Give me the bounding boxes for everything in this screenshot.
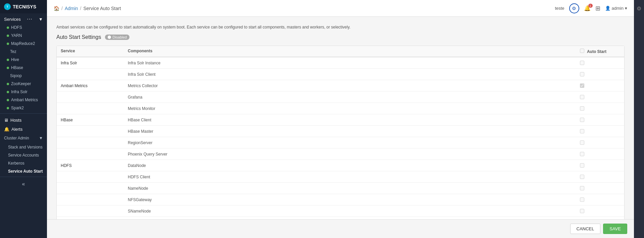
status-dot [7, 35, 9, 37]
auto-start-cell [580, 186, 620, 190]
sidebar-item-hdfs[interactable]: HDFS [0, 23, 47, 32]
status-dot [7, 67, 9, 69]
auto-start-cell [580, 175, 620, 179]
sidebar-item-yarn[interactable]: YARN [0, 32, 47, 40]
component-name: Grafana [128, 95, 580, 100]
grid-menu-button[interactable]: ⊞ [595, 5, 600, 12]
auto-start-checkbox[interactable] [580, 152, 584, 156]
hosts-icon: 🖥 [4, 118, 8, 123]
service-table: Service Components Auto Start Infra Solr… [56, 46, 625, 219]
table-row: Infra Solr Client [57, 69, 624, 80]
sidebar-item-infra-solr[interactable]: Infra Solr [0, 88, 47, 96]
sidebar-collapse-button[interactable]: « [0, 178, 47, 190]
table-row: SNameNode [57, 205, 624, 217]
auto-start-checkbox[interactable] [580, 186, 584, 190]
component-name: HBase Client [128, 118, 580, 122]
sidebar: T TECNISYS Services ··· ▼ HDFS YARN MapR… [0, 0, 47, 238]
username-label: admin [612, 6, 624, 11]
col-header-components: Components [128, 49, 580, 54]
sidebar-item-tez[interactable]: Tez [0, 48, 47, 56]
table-header: Service Components Auto Start [57, 46, 624, 57]
breadcrumb-admin[interactable]: Admin [65, 6, 78, 11]
sidebar-item-ambari-metrics[interactable]: Ambari Metrics [0, 96, 47, 104]
auto-start-checkbox[interactable] [580, 61, 584, 65]
table-row: RegionServer [57, 137, 624, 148]
auto-start-cell [580, 118, 620, 122]
service-name: HBase [61, 118, 128, 122]
user-label: teste [555, 6, 564, 11]
auto-start-checkbox[interactable] [580, 163, 584, 168]
toggle-label: Disabled [112, 35, 127, 39]
auto-start-checkbox[interactable] [580, 72, 584, 76]
sidebar-item-label: Kerberos [8, 161, 24, 166]
auto-start-cell [580, 163, 620, 168]
table-row: HDFS DataNode [57, 160, 624, 171]
table-row: Infra Solr Infra Solr Instance [57, 57, 624, 69]
auto-start-all-checkbox[interactable] [580, 49, 584, 53]
auto-start-checkbox[interactable] [580, 95, 584, 99]
sidebar-item-label: ZooKeeper [11, 81, 31, 86]
sidebar-item-zookeeper[interactable]: ZooKeeper [0, 80, 47, 88]
table-row: Metrics Monitor [57, 103, 624, 114]
page-title: Auto Start Settings [56, 34, 101, 40]
auto-start-checkbox[interactable] [580, 197, 584, 202]
component-name: HDFS Client [128, 175, 580, 179]
caret-down-icon: ▾ [625, 6, 627, 11]
table-row: Grafana [57, 92, 624, 103]
cluster-admin-section[interactable]: Cluster Admin ▼ [0, 133, 47, 143]
component-name: Infra Solr Client [128, 72, 580, 77]
sidebar-item-label: HBase [11, 65, 23, 70]
auto-start-checkbox[interactable] [580, 209, 584, 213]
auto-start-cell [580, 72, 620, 76]
sidebar-sub-item-service-auto-start[interactable]: Service Auto Start [0, 167, 47, 175]
auto-start-checkbox[interactable] [580, 83, 584, 88]
cancel-button[interactable]: CANCEL [570, 224, 601, 234]
sidebar-item-hosts[interactable]: 🖥 Hosts [0, 115, 47, 124]
auto-start-cell [580, 152, 620, 156]
status-dot [7, 99, 9, 101]
auto-start-checkbox[interactable] [580, 129, 584, 133]
home-icon[interactable]: 🏠 [54, 6, 59, 11]
app-logo: T [4, 3, 11, 10]
sidebar-header[interactable]: T TECNISYS [0, 0, 47, 13]
alerts-button[interactable]: 🔔 1 [584, 5, 591, 11]
auto-start-cell [580, 129, 620, 133]
auto-start-checkbox[interactable] [580, 118, 584, 122]
sidebar-item-label: YARN [11, 33, 22, 38]
component-name: RegionServer [128, 140, 580, 145]
status-dot [7, 91, 9, 93]
sidebar-item-hbase[interactable]: HBase [0, 64, 47, 72]
alerts-label: Alerts [11, 127, 22, 132]
service-name: HDFS [61, 163, 128, 168]
auto-start-cell [580, 197, 620, 202]
sidebar-item-alerts[interactable]: 🔔 Alerts [0, 124, 47, 133]
gear-icon: ⚙ [572, 6, 576, 11]
auto-start-cell [580, 209, 620, 213]
services-dots[interactable]: ··· [27, 16, 32, 22]
sidebar-item-label: Service Auto Start [8, 169, 43, 174]
breadcrumb-current: Service Auto Start [83, 6, 121, 11]
gear-icon[interactable]: ⚙ [635, 3, 643, 14]
auto-start-checkbox[interactable] [580, 140, 584, 145]
sidebar-item-spark2[interactable]: Spark2 [0, 104, 47, 112]
auto-start-checkbox[interactable] [580, 106, 584, 111]
table-row: HBase Master [57, 126, 624, 137]
table-row: HDFS Client [57, 171, 624, 183]
sidebar-item-mapreduce2[interactable]: MapReduce2 [0, 40, 47, 48]
sidebar-item-sqoop[interactable]: Sqoop [0, 72, 47, 80]
auto-start-checkbox[interactable] [580, 175, 584, 179]
auto-start-toggle[interactable]: Disabled [105, 35, 129, 40]
component-name: HBase Master [128, 129, 580, 134]
save-button[interactable]: SAVE [603, 224, 627, 234]
sidebar-sub-item-service-accounts[interactable]: Service Accounts [0, 151, 47, 159]
services-section-header[interactable]: Services ··· ▼ [0, 13, 47, 23]
sidebar-sub-item-stack[interactable]: Stack and Versions [0, 143, 47, 151]
sidebar-item-hive[interactable]: Hive [0, 56, 47, 64]
col-header-auto-start: Auto Start [580, 49, 620, 54]
user-menu[interactable]: 👤 admin ▾ [605, 6, 627, 11]
settings-button[interactable]: ⚙ [569, 3, 579, 13]
table-row: NameNode [57, 183, 624, 194]
topbar-right: teste ⚙ 🔔 1 ⊞ 👤 admin ▾ [555, 3, 627, 13]
sidebar-sub-item-kerberos[interactable]: Kerberos [0, 159, 47, 167]
sidebar-item-label: Stack and Versions [8, 145, 43, 150]
